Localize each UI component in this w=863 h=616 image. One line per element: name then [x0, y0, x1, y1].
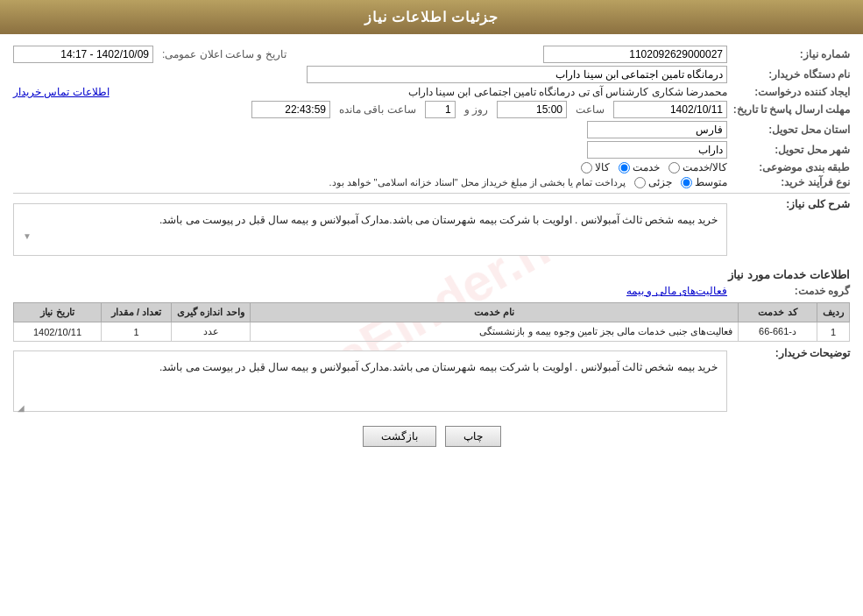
category-kala-label: کالا	[595, 161, 610, 173]
resize-handle: ◢	[16, 400, 25, 409]
table-row: 1 د-661-66 فعالیت‌های جنبی خدمات مالی بج…	[14, 322, 850, 342]
row-unit: عدد	[172, 322, 251, 342]
category-radio-group: کالا/خدمت خدمت کالا	[581, 161, 727, 173]
th-num: ردیف	[817, 303, 850, 322]
need-number-input[interactable]	[543, 46, 727, 63]
row-date: 1402/10/11	[14, 322, 102, 342]
buyer-notes-label: توضیحات خریدار:	[736, 347, 850, 359]
creator-name: محمدرضا شکاری کارشناس آی تی درمانگاه تام…	[118, 86, 727, 98]
service-group-value[interactable]: فعالیت‌های مالی و بیمه	[626, 285, 727, 297]
row-code: د-661-66	[739, 322, 817, 342]
th-qty: تعداد / مقدار	[102, 303, 172, 322]
th-name: نام خدمت	[251, 303, 739, 322]
th-date: تاریخ نیاز	[14, 303, 102, 322]
announce-time-input[interactable]	[13, 46, 153, 63]
th-unit: واحد اندازه گیری	[172, 303, 251, 322]
buttons-row: چاپ بازگشت	[13, 426, 850, 447]
category-khedmat-radio[interactable]	[619, 162, 630, 173]
purchase-motawaset-label: متوسط	[695, 176, 727, 188]
deadline-label: مهلت ارسال پاسخ تا تاریخ:	[736, 103, 850, 116]
category-kala-khedmat-radio[interactable]	[668, 162, 680, 173]
page-title: جزئیات اطلاعات نیاز	[364, 10, 499, 25]
category-option-khedmat[interactable]: خدمت	[619, 161, 660, 173]
purchase-type-label: نوع فرآیند خرید:	[736, 176, 850, 188]
purchase-jozei-radio[interactable]	[634, 177, 646, 188]
city-label: شهر محل تحویل:	[736, 144, 850, 156]
deadline-date-input[interactable]	[613, 101, 727, 118]
category-kala-khedmat-label: کالا/خدمت	[683, 161, 727, 173]
category-option-kala-khedmat[interactable]: کالا/خدمت	[668, 161, 727, 173]
row-num: 1	[817, 322, 850, 342]
service-group-label: گروه خدمت:	[736, 285, 850, 297]
province-input[interactable]	[587, 121, 727, 138]
city-input[interactable]	[587, 141, 727, 159]
back-button[interactable]: بازگشت	[363, 426, 436, 447]
row-name: فعالیت‌های جنبی خدمات مالی بجز تامین وجو…	[251, 322, 739, 342]
buyer-org-input[interactable]	[307, 66, 727, 83]
deadline-days-input[interactable]	[425, 101, 456, 118]
buyer-notes-text: خرید بیمه شخص ثالث آمبولانس . اولویت با …	[159, 361, 718, 373]
general-desc-box: خرید بیمه شخص ثالث آمبولانس . اولویت با …	[13, 203, 727, 256]
contact-link[interactable]: اطلاعات تماس خریدار	[13, 86, 110, 98]
announce-time-label: تاریخ و ساعت اعلان عمومی:	[162, 48, 286, 60]
category-kala-radio[interactable]	[581, 162, 592, 173]
category-label: طبقه بندی موضوعی:	[736, 161, 850, 173]
purchase-type-note: پرداخت تمام یا بخشی از مبلغ خریداز محل "…	[329, 177, 626, 188]
purchase-type-radio-group: متوسط جزئی	[634, 176, 727, 188]
days-label: روز و	[464, 103, 488, 116]
general-desc-text: خرید بیمه شخص ثالث آمبولانس . اولویت با …	[159, 214, 718, 226]
th-code: کد خدمت	[739, 303, 817, 322]
category-option-kala[interactable]: کالا	[581, 161, 610, 173]
buyer-notes-box: خرید بیمه شخص ثالث آمبولانس . اولویت با …	[13, 350, 727, 412]
purchase-motawaset-radio[interactable]	[681, 177, 692, 188]
purchase-type-jozei[interactable]: جزئی	[634, 176, 672, 188]
page-header: جزئیات اطلاعات نیاز	[0, 0, 863, 34]
row-qty: 1	[102, 322, 172, 342]
remaining-label: ساعت باقی مانده	[339, 103, 416, 116]
remaining-time-input[interactable]	[251, 101, 330, 118]
purchase-type-motawaset[interactable]: متوسط	[681, 176, 727, 188]
print-button[interactable]: چاپ	[445, 426, 501, 447]
need-number-label: شماره نیاز:	[736, 48, 850, 60]
general-desc-label: شرح کلی نیاز:	[736, 198, 850, 210]
deadline-time-input[interactable]	[497, 101, 567, 118]
services-table: ردیف کد خدمت نام خدمت واحد اندازه گیری ت…	[13, 302, 850, 342]
buyer-name-label: نام دستگاه خریدار:	[736, 68, 850, 81]
service-info-title: اطلاعات خدمات مورد نیاز	[13, 268, 850, 281]
creator-label: ایجاد کننده درخواست:	[736, 86, 850, 98]
category-khedmat-label: خدمت	[633, 161, 660, 173]
purchase-jozei-label: جزئی	[648, 176, 672, 188]
time-label: ساعت	[576, 103, 605, 116]
province-label: استان محل تحویل:	[736, 124, 850, 136]
